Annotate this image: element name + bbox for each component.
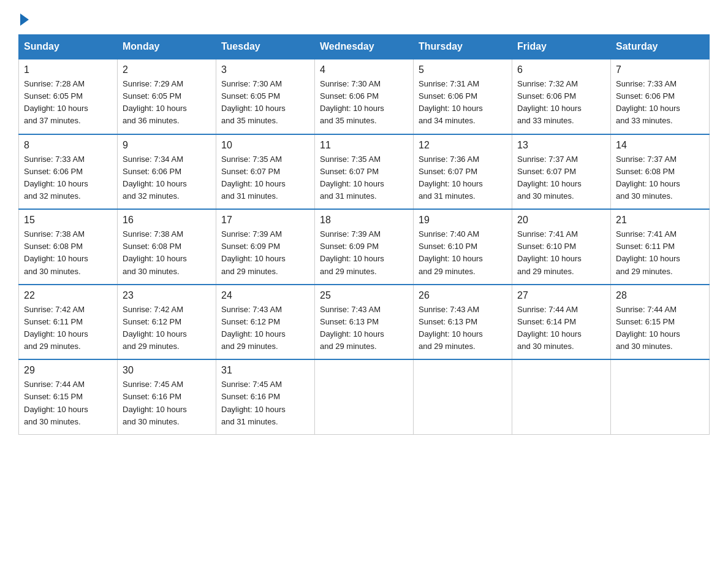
- page-header: [18, 12, 710, 23]
- day-number: 1: [24, 64, 112, 75]
- day-number: 22: [24, 290, 112, 301]
- calendar-cell: 30Sunrise: 7:45 AMSunset: 6:16 PMDayligh…: [118, 359, 216, 434]
- calendar-cell: 16Sunrise: 7:38 AMSunset: 6:08 PMDayligh…: [118, 209, 216, 285]
- calendar-cell: 18Sunrise: 7:39 AMSunset: 6:09 PMDayligh…: [315, 209, 414, 285]
- day-info: Sunrise: 7:32 AMSunset: 6:06 PMDaylight:…: [517, 78, 605, 128]
- calendar-cell: 3Sunrise: 7:30 AMSunset: 6:05 PMDaylight…: [216, 59, 315, 134]
- day-number: 12: [419, 140, 507, 151]
- day-info: Sunrise: 7:43 AMSunset: 6:13 PMDaylight:…: [320, 304, 408, 353]
- day-info: Sunrise: 7:29 AMSunset: 6:05 PMDaylight:…: [123, 78, 211, 128]
- calendar-cell: 7Sunrise: 7:33 AMSunset: 6:06 PMDaylight…: [611, 59, 710, 134]
- calendar-cell: 8Sunrise: 7:33 AMSunset: 6:06 PMDaylight…: [19, 134, 118, 210]
- calendar-cell: 22Sunrise: 7:42 AMSunset: 6:11 PMDayligh…: [19, 285, 118, 360]
- day-info: Sunrise: 7:36 AMSunset: 6:07 PMDaylight:…: [419, 153, 507, 203]
- calendar-cell: 9Sunrise: 7:34 AMSunset: 6:06 PMDaylight…: [118, 134, 216, 210]
- calendar-cell: 23Sunrise: 7:42 AMSunset: 6:12 PMDayligh…: [118, 285, 216, 360]
- day-info: Sunrise: 7:43 AMSunset: 6:12 PMDaylight:…: [221, 304, 309, 353]
- calendar-cell: 24Sunrise: 7:43 AMSunset: 6:12 PMDayligh…: [216, 285, 315, 360]
- calendar-cell: 19Sunrise: 7:40 AMSunset: 6:10 PMDayligh…: [414, 209, 512, 285]
- day-number: 2: [123, 64, 211, 75]
- calendar-cell: 5Sunrise: 7:31 AMSunset: 6:06 PMDaylight…: [414, 59, 512, 134]
- calendar-cell: 29Sunrise: 7:44 AMSunset: 6:15 PMDayligh…: [19, 359, 118, 434]
- day-info: Sunrise: 7:38 AMSunset: 6:08 PMDaylight:…: [24, 228, 112, 278]
- calendar-cell: [315, 359, 414, 434]
- day-number: 17: [221, 215, 309, 226]
- day-info: Sunrise: 7:42 AMSunset: 6:12 PMDaylight:…: [123, 304, 211, 353]
- day-info: Sunrise: 7:44 AMSunset: 6:15 PMDaylight:…: [24, 378, 112, 428]
- calendar-week-row-4: 29Sunrise: 7:44 AMSunset: 6:15 PMDayligh…: [19, 359, 710, 434]
- day-number: 13: [517, 140, 605, 151]
- calendar-week-row-1: 8Sunrise: 7:33 AMSunset: 6:06 PMDaylight…: [19, 134, 710, 210]
- day-number: 3: [221, 64, 309, 75]
- logo-arrow-icon: [20, 13, 29, 26]
- calendar-cell: 6Sunrise: 7:32 AMSunset: 6:06 PMDaylight…: [512, 59, 611, 134]
- calendar-cell: 17Sunrise: 7:39 AMSunset: 6:09 PMDayligh…: [216, 209, 315, 285]
- day-number: 5: [419, 64, 507, 75]
- day-info: Sunrise: 7:30 AMSunset: 6:05 PMDaylight:…: [221, 78, 309, 128]
- day-info: Sunrise: 7:39 AMSunset: 6:09 PMDaylight:…: [320, 228, 408, 278]
- calendar-week-row-2: 15Sunrise: 7:38 AMSunset: 6:08 PMDayligh…: [19, 209, 710, 285]
- day-number: 19: [419, 215, 507, 226]
- calendar-week-row-3: 22Sunrise: 7:42 AMSunset: 6:11 PMDayligh…: [19, 285, 710, 360]
- calendar-cell: [512, 359, 611, 434]
- day-info: Sunrise: 7:39 AMSunset: 6:09 PMDaylight:…: [221, 228, 309, 278]
- calendar-header-friday: Friday: [512, 35, 611, 59]
- day-info: Sunrise: 7:45 AMSunset: 6:16 PMDaylight:…: [123, 378, 211, 428]
- day-info: Sunrise: 7:40 AMSunset: 6:10 PMDaylight:…: [419, 228, 507, 278]
- calendar-week-row-0: 1Sunrise: 7:28 AMSunset: 6:05 PMDaylight…: [19, 59, 710, 134]
- day-info: Sunrise: 7:31 AMSunset: 6:06 PMDaylight:…: [419, 78, 507, 128]
- day-info: Sunrise: 7:38 AMSunset: 6:08 PMDaylight:…: [123, 228, 211, 278]
- day-info: Sunrise: 7:42 AMSunset: 6:11 PMDaylight:…: [24, 304, 112, 353]
- day-info: Sunrise: 7:37 AMSunset: 6:08 PMDaylight:…: [616, 153, 704, 203]
- calendar-cell: 11Sunrise: 7:35 AMSunset: 6:07 PMDayligh…: [315, 134, 414, 210]
- day-info: Sunrise: 7:41 AMSunset: 6:11 PMDaylight:…: [616, 228, 704, 278]
- day-number: 14: [616, 140, 704, 151]
- day-info: Sunrise: 7:37 AMSunset: 6:07 PMDaylight:…: [517, 153, 605, 203]
- calendar-cell: 31Sunrise: 7:45 AMSunset: 6:16 PMDayligh…: [216, 359, 315, 434]
- calendar-header-row: SundayMondayTuesdayWednesdayThursdayFrid…: [19, 35, 710, 59]
- day-number: 31: [221, 365, 309, 376]
- day-number: 8: [24, 140, 112, 151]
- day-number: 26: [419, 290, 507, 301]
- day-number: 18: [320, 215, 408, 226]
- day-number: 28: [616, 290, 704, 301]
- calendar-cell: [414, 359, 512, 434]
- day-number: 25: [320, 290, 408, 301]
- calendar-header-monday: Monday: [118, 35, 216, 59]
- day-info: Sunrise: 7:44 AMSunset: 6:15 PMDaylight:…: [616, 304, 704, 353]
- day-info: Sunrise: 7:33 AMSunset: 6:06 PMDaylight:…: [616, 78, 704, 128]
- day-number: 24: [221, 290, 309, 301]
- calendar-header-sunday: Sunday: [19, 35, 118, 59]
- day-info: Sunrise: 7:41 AMSunset: 6:10 PMDaylight:…: [517, 228, 605, 278]
- calendar-cell: 12Sunrise: 7:36 AMSunset: 6:07 PMDayligh…: [414, 134, 512, 210]
- logo: [18, 12, 29, 23]
- calendar-cell: [611, 359, 710, 434]
- day-info: Sunrise: 7:30 AMSunset: 6:06 PMDaylight:…: [320, 78, 408, 128]
- day-info: Sunrise: 7:33 AMSunset: 6:06 PMDaylight:…: [24, 153, 112, 203]
- calendar-cell: 1Sunrise: 7:28 AMSunset: 6:05 PMDaylight…: [19, 59, 118, 134]
- calendar-header-tuesday: Tuesday: [216, 35, 315, 59]
- calendar-header-thursday: Thursday: [414, 35, 512, 59]
- calendar-cell: 27Sunrise: 7:44 AMSunset: 6:14 PMDayligh…: [512, 285, 611, 360]
- calendar-table: SundayMondayTuesdayWednesdayThursdayFrid…: [18, 34, 710, 435]
- calendar-cell: 2Sunrise: 7:29 AMSunset: 6:05 PMDaylight…: [118, 59, 216, 134]
- day-number: 9: [123, 140, 211, 151]
- day-number: 7: [616, 64, 704, 75]
- day-number: 11: [320, 140, 408, 151]
- day-number: 15: [24, 215, 112, 226]
- calendar-header-wednesday: Wednesday: [315, 35, 414, 59]
- calendar-cell: 26Sunrise: 7:43 AMSunset: 6:13 PMDayligh…: [414, 285, 512, 360]
- day-info: Sunrise: 7:43 AMSunset: 6:13 PMDaylight:…: [419, 304, 507, 353]
- calendar-cell: 25Sunrise: 7:43 AMSunset: 6:13 PMDayligh…: [315, 285, 414, 360]
- day-info: Sunrise: 7:28 AMSunset: 6:05 PMDaylight:…: [24, 78, 112, 128]
- calendar-cell: 13Sunrise: 7:37 AMSunset: 6:07 PMDayligh…: [512, 134, 611, 210]
- day-info: Sunrise: 7:35 AMSunset: 6:07 PMDaylight:…: [320, 153, 408, 203]
- calendar-cell: 21Sunrise: 7:41 AMSunset: 6:11 PMDayligh…: [611, 209, 710, 285]
- calendar-cell: 14Sunrise: 7:37 AMSunset: 6:08 PMDayligh…: [611, 134, 710, 210]
- day-number: 30: [123, 365, 211, 376]
- calendar-cell: 20Sunrise: 7:41 AMSunset: 6:10 PMDayligh…: [512, 209, 611, 285]
- day-info: Sunrise: 7:34 AMSunset: 6:06 PMDaylight:…: [123, 153, 211, 203]
- calendar-cell: 10Sunrise: 7:35 AMSunset: 6:07 PMDayligh…: [216, 134, 315, 210]
- day-info: Sunrise: 7:45 AMSunset: 6:16 PMDaylight:…: [221, 378, 309, 428]
- day-info: Sunrise: 7:35 AMSunset: 6:07 PMDaylight:…: [221, 153, 309, 203]
